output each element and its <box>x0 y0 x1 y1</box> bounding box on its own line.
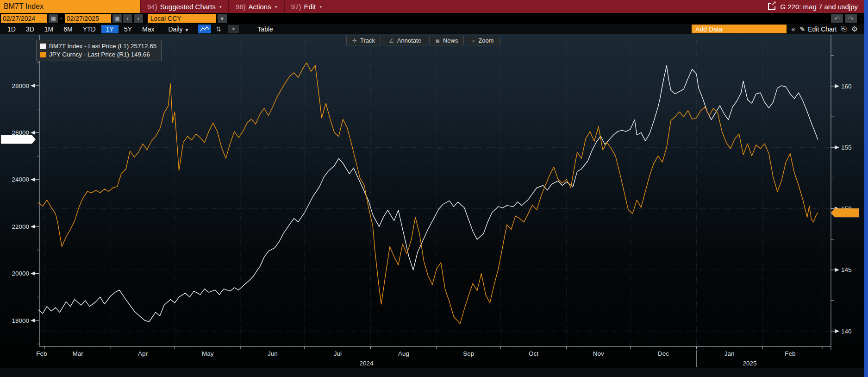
tick-pointer-icon <box>835 145 839 150</box>
legend-swatch-white <box>40 44 46 49</box>
x-axis-month-label: Nov <box>593 350 604 357</box>
move-crosshair-icon: ✛ <box>352 38 357 44</box>
left-axis-tick-label: 24000 <box>12 176 29 183</box>
right-axis-tick-label: 145 <box>841 266 852 273</box>
x-axis-month-label: Apr <box>138 350 148 357</box>
right-axis-tick-label: 140 <box>841 328 852 335</box>
bottom-strip <box>0 368 864 377</box>
x-axis-month-label: Oct <box>529 350 538 357</box>
gridlines <box>39 35 831 349</box>
x-axis-month-label: Sep <box>463 350 474 357</box>
x-axis-month-label: Jan <box>724 350 735 357</box>
track-button[interactable]: ✛ Track <box>346 36 381 45</box>
news-button[interactable]: ≣ News <box>429 36 464 45</box>
annotate-button[interactable]: ∠ Annotate <box>383 36 427 45</box>
bm7t-price-line <box>38 65 818 321</box>
legend-label: BM7T Index - Last Price (L1) 25712.65 <box>49 43 156 50</box>
legend-item-bm7t[interactable]: BM7T Index - Last Price (L1) 25712.65 <box>40 43 156 50</box>
x-axis-month-label: May <box>202 350 214 357</box>
tick-pointer-icon <box>31 84 35 88</box>
axis-frame <box>31 35 839 350</box>
tick-pointer-icon <box>31 131 35 135</box>
annotate-pencil-icon: ∠ <box>389 38 394 44</box>
annotate-label: Annotate <box>397 37 421 44</box>
news-lines-icon: ≣ <box>435 38 440 44</box>
x-axis-year-label: 2024 <box>359 360 374 367</box>
left-last-price-badge <box>1 135 36 144</box>
legend-item-jpy[interactable]: JPY Curncy - Last Price (R1) 149.66 <box>40 51 156 58</box>
right-axis-tick-label: 155 <box>841 144 852 151</box>
tick-pointer-icon <box>835 268 839 272</box>
legend-label: JPY Curncy - Last Price (R1) 149.66 <box>49 51 150 58</box>
right-last-price-badge <box>831 208 859 217</box>
bloomberg-chart-window: 94) Suggested Charts ▾ 96) Actions ▾ 97)… <box>0 0 868 377</box>
x-axis-year-label: 2025 <box>743 360 756 367</box>
x-axis-month-label: Feb <box>36 350 47 357</box>
jpy-price-line <box>38 63 818 324</box>
zoom-button[interactable]: ⌕ Zoom <box>466 36 500 45</box>
x-axis-month-label: Mar <box>72 350 83 357</box>
chart-legend[interactable]: BM7T Index - Last Price (L1) 25712.65 JP… <box>36 40 162 61</box>
tick-pointer-icon <box>835 84 839 88</box>
window-right-border <box>864 0 868 377</box>
track-label: Track <box>360 37 375 44</box>
x-axis-month-label: Aug <box>398 350 409 357</box>
x-axis-month-label: Dec <box>658 350 669 357</box>
tick-pointer-icon <box>835 329 839 333</box>
tick-pointer-icon <box>31 225 35 229</box>
tick-pointer-icon <box>31 177 35 182</box>
x-axis-month-label: Jul <box>334 350 342 357</box>
tick-pointer-icon <box>31 319 35 323</box>
zoom-label: Zoom <box>478 37 493 44</box>
x-axis-month-label: Jun <box>268 350 278 357</box>
right-axis-tick-label: 160 <box>841 83 852 90</box>
left-axis-tick-label: 22000 <box>12 223 29 230</box>
left-axis-tick-label: 20000 <box>12 270 29 277</box>
left-axis-tick-label: 18000 <box>12 317 29 324</box>
legend-swatch-orange <box>40 52 46 57</box>
news-label: News <box>443 37 458 44</box>
magnifier-icon: ⌕ <box>472 38 475 44</box>
chart-tools-bar: ✛ Track ∠ Annotate ≣ News ⌕ Zoom <box>346 36 500 45</box>
tick-pointer-icon <box>31 271 35 276</box>
x-axis-month-label: Feb <box>785 350 795 357</box>
left-axis-tick-label: 28000 <box>12 82 29 89</box>
